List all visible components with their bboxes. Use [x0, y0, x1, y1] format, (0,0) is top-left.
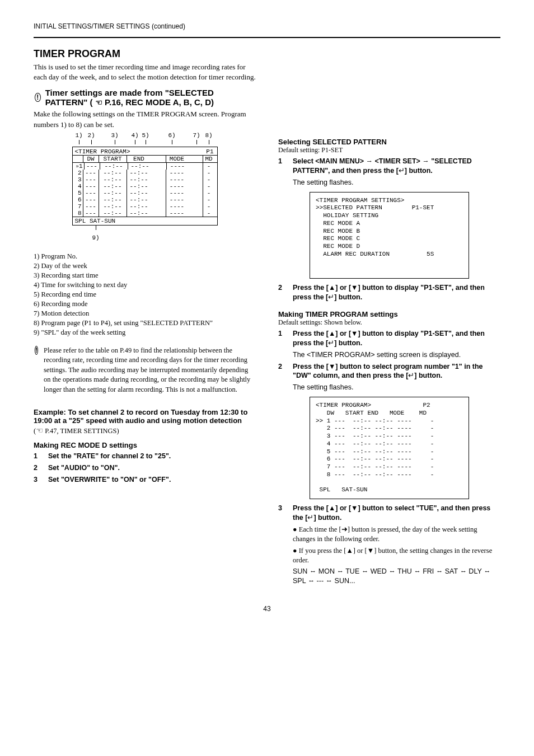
down-icon: [367, 547, 374, 555]
table-row: 6-----:----:-------: [73, 196, 217, 203]
example-heading: Example: To set channel 2 to record on T…: [34, 408, 256, 425]
col-md: MD: [203, 156, 215, 162]
up-icon: [329, 284, 335, 292]
section-heading: TIMER PROGRAM: [34, 48, 256, 60]
example-sub: Making REC MODE D settings: [34, 441, 256, 449]
legend-item: 1) Program No.: [34, 252, 256, 261]
tp-heading: Making TIMER PROGRAM settings: [278, 310, 500, 318]
legend-item: 7) Motion detection: [34, 309, 256, 318]
tp-step1: Press the [] or [] button to display "P1…: [293, 329, 500, 348]
enter-icon: ↵: [399, 167, 405, 175]
hand-icon: ☞: [95, 98, 102, 107]
right-arrow-icon: [341, 525, 348, 533]
osd-page-ind: P1: [206, 147, 217, 155]
intro-p1: This is used to set the timer recording …: [34, 62, 256, 82]
rubric-line: INITIAL SETTINGS/TIMER SETTINGS (continu…: [34, 22, 500, 30]
selected-pattern-heading: Selecting SELECTED PATTERN: [278, 138, 500, 146]
caution-icon: !: [35, 93, 41, 102]
table-row: 2-----:----:-------: [73, 170, 217, 176]
col-mode: MODE: [166, 156, 188, 162]
hand-ref: P.16, REC MODE A, B, C, D): [105, 97, 214, 107]
arrow-right-icon: [422, 157, 429, 165]
sel-step2: Press the [] or [] button to display "P1…: [293, 283, 500, 302]
callout-1: 1): [76, 132, 83, 139]
callout-8: 8): [205, 132, 213, 139]
timer-program-diagram: 1) 2) 3) 4) 5) 6) 7) 8) <TIMER PROGRAM> …: [72, 147, 218, 241]
legend-item: 2) Day of the week: [34, 262, 256, 270]
osd-timer-program-settings: <TIMER PROGRAM SETTINGS> >>SELECTED PATT…: [310, 192, 469, 279]
up-icon: [329, 330, 335, 337]
callout-7: 7): [193, 132, 200, 139]
up-icon: [329, 504, 335, 512]
table-row: »1-----:----:-------: [73, 163, 217, 170]
enter-icon: ↵: [307, 514, 313, 522]
enter-icon: ↵: [328, 339, 334, 347]
legend-item: 4) Time for switching to next day: [34, 281, 256, 289]
enter-icon: ↵: [328, 293, 334, 301]
legend-item: 9) "SPL" day of the week setting: [34, 328, 256, 337]
osd-timer-program: <TIMER PROGRAM> P2 DW START END MODE MD …: [310, 397, 469, 499]
rule: [34, 37, 500, 38]
legend-item: 6) Recording mode: [34, 300, 256, 308]
callout-5: 5): [142, 132, 149, 139]
legend-item: 8) Program page (P1 to P4), set using "S…: [34, 319, 256, 327]
callout-4: 4): [132, 132, 139, 139]
tp-step3-bullet1: ● Each time the [] button is pressed, th…: [293, 525, 500, 544]
callout-3: 3): [111, 132, 119, 139]
tp-default: Default settings: Shown below.: [278, 318, 500, 327]
selected-pattern-default: Default setting: P1-SET: [278, 146, 500, 154]
example-step: 2Set "AUDIO" to "ON".: [34, 463, 256, 473]
tp-step3-bullet2: ● If you press the [] or [] button, the …: [293, 546, 500, 565]
example-ref: (☞ P.47, TIMER SETTINGS): [34, 426, 256, 435]
sel-step1: Select <MAIN MENU> <TIMER SET> "SELECTED…: [293, 157, 500, 176]
arrow-right-icon: [366, 157, 373, 165]
col-dw: DW: [83, 156, 99, 162]
timer-settings-subhead: ! Timer settings are made from "SELECTED…: [34, 88, 256, 107]
tp-step1-note: The <TIMER PROGRAM> setting screen is di…: [293, 350, 500, 360]
up-icon: [346, 547, 353, 555]
tp-step2-note: The setting flashes.: [293, 383, 500, 392]
caution-icon: !: [35, 346, 38, 355]
callout-6: 6): [168, 132, 176, 139]
example-step: 1Set the "RATE" for channel 2 to "25".: [34, 452, 256, 461]
hand-icon: ☞: [36, 426, 43, 435]
osd-title: <TIMER PROGRAM>: [73, 147, 207, 155]
down-icon: [351, 284, 358, 292]
intro-p3: Make the following settings on the TIMER…: [34, 109, 256, 129]
table-row: 3-----:----:-------: [73, 176, 217, 183]
legend-item: 5) Recording end time: [34, 290, 256, 299]
col-start: START: [99, 156, 127, 162]
table-row: 5-----:----:-------: [73, 190, 217, 196]
down-icon: [351, 504, 358, 512]
dw-sequence: SUN ↔ MON ↔ TUE ↔ WED ↔ THU ↔ FRI ↔ SAT …: [293, 567, 500, 586]
legend-item: 3) Recording start time: [34, 271, 256, 280]
spl-line: SPL SAT-SUN: [73, 217, 217, 225]
callout-2: 2): [88, 132, 95, 139]
tp-step3: Press the [] or [] button to select "TUE…: [293, 504, 500, 523]
enter-icon: ↵: [408, 372, 414, 379]
tp-step2: Press the [] button to select program nu…: [293, 362, 500, 381]
down-icon: [329, 363, 335, 370]
example-step: 3Set "OVERWRITE" to "ON" or "OFF".: [34, 475, 256, 485]
table-row: 8-----:----:-------: [73, 210, 217, 217]
sel-step1-note: The setting flashes.: [293, 178, 500, 187]
down-icon: [351, 330, 358, 337]
table-row: 7-----:----:-------: [73, 203, 217, 210]
caution-text: Please refer to the table on P.49 to fin…: [44, 346, 256, 395]
callout-9: 9): [72, 234, 218, 241]
col-end: END: [127, 156, 151, 162]
page-number: 43: [34, 605, 500, 613]
table-row: 4-----:----:-------: [73, 183, 217, 190]
